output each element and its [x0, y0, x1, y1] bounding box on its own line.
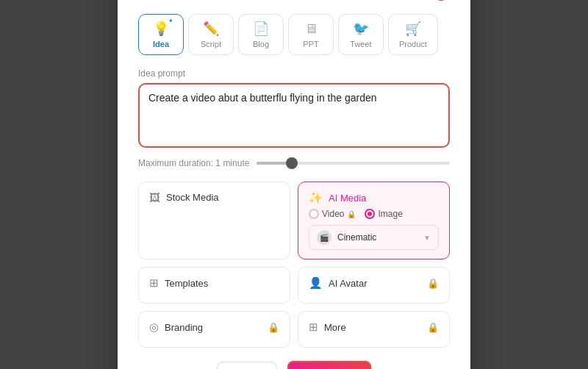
stock-media-icon: 🖼	[149, 191, 160, 204]
tweet-icon: 🐦	[353, 21, 369, 37]
ai-media-title-row: ✨ AI Media	[309, 191, 439, 204]
script-icon: ✏️	[203, 21, 219, 37]
slider-thumb[interactable]	[286, 157, 298, 169]
idea-icon: 💡	[153, 21, 169, 37]
tab-blog-label: Blog	[253, 40, 269, 49]
more-lock-icon: 🔒	[427, 322, 439, 333]
ai-avatar-card[interactable]: 👤 AI Avatar 🔒	[298, 267, 450, 304]
tab-tweet-label: Tweet	[350, 40, 371, 49]
tab-product-label: Product	[399, 40, 427, 49]
tab-product[interactable]: 🛒 Product	[388, 14, 438, 55]
more-title-row: ⊞ More 🔒	[309, 320, 439, 334]
tab-idea[interactable]: 💡 Idea	[138, 14, 184, 55]
tab-ppt-label: PPT	[303, 40, 318, 49]
ai-media-radio-row: Video 🔒 Image	[309, 209, 439, 219]
ai-avatar-title-row: 👤 AI Avatar 🔒	[309, 276, 439, 290]
more-label: More	[324, 322, 346, 333]
ai-media-icon: ✨	[309, 191, 323, 204]
more-icon: ⊞	[309, 320, 318, 334]
lock-video-icon: 🔒	[347, 210, 356, 218]
tab-tweet[interactable]: 🐦 Tweet	[338, 14, 384, 55]
product-icon: 🛒	[405, 21, 421, 37]
style-dropdown[interactable]: 🎬 Cinematic ▼	[309, 225, 439, 250]
branding-icon: ◎	[149, 320, 159, 334]
tabs-row: 💡 Idea ✏️ Script 📄 Blog 🖥 PPT 🐦 Tweet 🛒 …	[138, 14, 450, 55]
tab-idea-label: Idea	[153, 40, 169, 49]
image-radio-text: Image	[378, 209, 402, 219]
duration-slider-track[interactable]	[257, 162, 450, 165]
more-card[interactable]: ⊞ More 🔒	[298, 311, 450, 348]
ai-media-label: AI Media	[329, 193, 366, 204]
ai-media-card[interactable]: ✨ AI Media Video 🔒 Image 🎬 Cinematic ▼	[298, 182, 450, 259]
branding-label: Branding	[165, 322, 203, 333]
video-radio-text: Video	[322, 209, 344, 219]
cards-grid-bottom: ◎ Branding 🔒 ⊞ More 🔒	[138, 311, 450, 348]
templates-card[interactable]: ⊞ Templates	[138, 267, 290, 304]
idea-prompt-box	[138, 83, 450, 148]
templates-icon: ⊞	[149, 276, 159, 290]
footer-row: Close ✓ Submit	[138, 361, 450, 369]
templates-label: Templates	[165, 278, 208, 289]
ai-avatar-icon: 👤	[309, 276, 323, 290]
ppt-icon: 🖥	[304, 21, 318, 37]
stock-media-card[interactable]: 🖼 Stock Media	[138, 182, 290, 259]
stock-media-label: Stock Media	[166, 192, 219, 203]
submit-button[interactable]: ✓ Submit	[287, 361, 370, 369]
close-x-button[interactable]: ✕	[432, 0, 450, 1]
chevron-down-icon: ▼	[423, 234, 431, 242]
tab-blog[interactable]: 📄 Blog	[238, 14, 284, 55]
tab-script-label: Script	[201, 40, 221, 49]
cards-grid-middle: ⊞ Templates 👤 AI Avatar 🔒	[138, 267, 450, 304]
duration-label: Maximum duration: 1 minute	[138, 158, 249, 168]
magic-create-modal: Magic Create ✕ 💡 Idea ✏️ Script 📄 Blog 🖥…	[118, 0, 470, 369]
modal-header: Magic Create ✕	[138, 0, 450, 1]
style-swatch: 🎬	[317, 230, 331, 245]
cards-grid-top: 🖼 Stock Media ✨ AI Media Video 🔒 Image	[138, 182, 450, 259]
image-radio-label[interactable]: Image	[365, 209, 402, 219]
video-radio-dot[interactable]	[309, 209, 319, 219]
close-button[interactable]: Close	[217, 362, 277, 369]
image-radio-dot[interactable]	[365, 209, 375, 219]
duration-row: Maximum duration: 1 minute	[138, 158, 450, 168]
ai-avatar-label: AI Avatar	[329, 278, 368, 289]
branding-lock-icon: 🔒	[268, 322, 279, 333]
templates-title-row: ⊞ Templates	[149, 276, 279, 290]
branding-card[interactable]: ◎ Branding 🔒	[138, 311, 290, 348]
idea-prompt-input[interactable]	[148, 92, 440, 136]
ai-avatar-lock-icon: 🔒	[427, 278, 439, 289]
style-label: Cinematic	[337, 232, 376, 243]
idea-prompt-label: Idea prompt	[138, 68, 450, 79]
video-radio-label[interactable]: Video 🔒	[309, 209, 356, 219]
stock-media-title-row: 🖼 Stock Media	[149, 191, 279, 204]
branding-title-row: ◎ Branding 🔒	[149, 320, 279, 334]
tab-ppt[interactable]: 🖥 PPT	[288, 14, 334, 55]
tab-script[interactable]: ✏️ Script	[188, 14, 234, 55]
blog-icon: 📄	[253, 21, 269, 37]
